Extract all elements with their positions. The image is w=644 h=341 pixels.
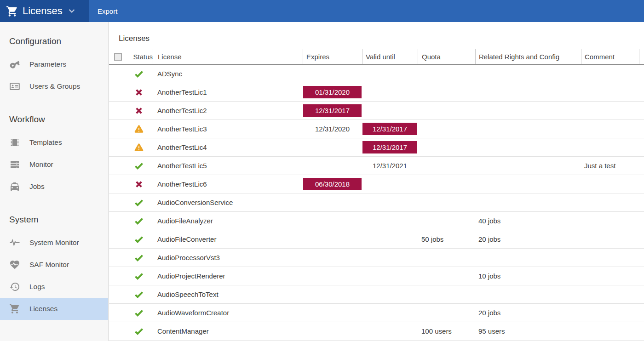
related-rights-cell <box>475 193 581 211</box>
history-icon <box>9 281 20 292</box>
taxi-icon <box>9 181 20 192</box>
expires-cell <box>303 285 362 303</box>
row-checkbox-cell <box>109 102 125 119</box>
export-menu-item[interactable]: Export <box>89 0 126 22</box>
warning-icon <box>134 142 144 153</box>
check-icon <box>134 234 144 244</box>
quota-cell <box>418 102 475 119</box>
table-row[interactable]: AnotherTestLic606/30/2018 <box>109 175 644 193</box>
table-row[interactable]: AudioFileAnalyzer40 jobs <box>109 212 644 230</box>
sidebar-section-heading: System <box>0 213 108 226</box>
page-title: Licenses <box>119 33 644 44</box>
status-cell <box>125 285 153 303</box>
expired-date-badge: 12/31/2017 <box>303 104 362 117</box>
sidebar-item-label: Logs <box>29 283 45 291</box>
cross-icon <box>134 106 144 116</box>
table-row[interactable]: AnotherTestLic101/31/2020 <box>109 83 644 102</box>
related-rights-cell: 10 jobs <box>475 267 581 285</box>
sidebar-item-parameters[interactable]: Parameters <box>0 53 108 75</box>
table-row[interactable]: AnotherTestLic212/31/2017 <box>109 102 644 120</box>
column-header-related-rights[interactable]: Related Rights and Config <box>475 49 581 64</box>
expired-date-badge: 06/30/2018 <box>303 178 362 190</box>
sidebar-item-label: Templates <box>29 138 62 147</box>
license-name-cell: AnotherTestLic4 <box>153 138 303 156</box>
sidebar-item-saf-monitor[interactable]: SAF Monitor <box>0 254 108 276</box>
comment-cell <box>581 249 639 267</box>
sidebar-item-logs[interactable]: Logs <box>0 276 108 298</box>
sidebar-item-users-groups[interactable]: Users & Groups <box>0 75 108 97</box>
expires-cell <box>303 138 362 156</box>
license-name-cell: AudioConversionService <box>153 193 303 211</box>
status-cell <box>125 322 153 340</box>
quota-cell <box>418 193 475 211</box>
expired-date-badge: 12/31/2017 <box>362 123 417 135</box>
column-header-status[interactable]: Status <box>125 49 153 64</box>
cross-icon <box>134 87 144 97</box>
table-row[interactable]: ADSync <box>109 65 644 83</box>
heart-pulse-icon <box>9 259 20 270</box>
quota-cell <box>418 83 475 101</box>
column-header-quota[interactable]: Quota <box>418 49 475 64</box>
column-header-license[interactable]: License <box>153 49 303 64</box>
pulse-icon <box>9 237 20 248</box>
sidebar-item-templates[interactable]: Templates <box>0 131 108 153</box>
sidebar-item-jobs[interactable]: Jobs <box>0 176 108 198</box>
license-name-cell: ContentManager <box>153 322 303 340</box>
comment-cell <box>581 230 639 248</box>
expires-cell: 12/31/2020 <box>303 120 362 138</box>
table-row[interactable]: AnotherTestLic512/31/2021Just a test <box>109 157 644 175</box>
check-icon <box>134 161 144 171</box>
column-header-expires[interactable]: Expires <box>303 49 362 64</box>
comment-cell <box>581 138 639 156</box>
sidebar-section-heading: Configuration <box>0 35 108 48</box>
table-row[interactable]: AnotherTestLic312/31/202012/31/2017 <box>109 120 644 138</box>
table-row[interactable]: AudioProcessorVst3 <box>109 249 644 267</box>
expires-cell <box>303 249 362 267</box>
sidebar-item-label: Users & Groups <box>29 82 80 91</box>
table-row[interactable]: AudioFileConverter50 jobs20 jobs <box>109 230 644 249</box>
cart-icon <box>9 303 20 314</box>
table-row[interactable]: AudioProjectRenderer10 jobs <box>109 267 644 285</box>
quota-cell <box>418 65 475 83</box>
sidebar-section-heading: Workflow <box>0 113 108 126</box>
check-icon <box>134 69 144 79</box>
check-icon <box>134 253 144 263</box>
status-cell <box>125 120 153 138</box>
cart-icon <box>6 5 18 17</box>
expired-date-badge: 01/31/2020 <box>303 86 362 98</box>
sidebar-section-workflow: WorkflowTemplatesMonitorJobs <box>0 113 108 198</box>
table-row[interactable]: AudioConversionService <box>109 193 644 212</box>
sidebar-item-system-monitor[interactable]: System Monitor <box>0 232 108 254</box>
check-icon <box>134 271 144 281</box>
table-row[interactable]: ContentManager100 users95 users <box>109 322 644 341</box>
table-row[interactable]: AudioSpeechToText <box>109 285 644 304</box>
status-cell <box>125 175 153 193</box>
related-rights-cell <box>475 157 581 175</box>
select-all-checkbox[interactable] <box>114 53 122 61</box>
license-name-cell: AudioSpeechToText <box>153 285 303 303</box>
top-menu: Export <box>89 0 126 22</box>
related-rights-cell: 20 jobs <box>475 304 581 322</box>
quota-cell <box>418 285 475 303</box>
related-rights-cell: 20 jobs <box>475 230 581 248</box>
table-header: Status License Expires Valid until Quota… <box>109 49 644 65</box>
sidebar-item-monitor[interactable]: Monitor <box>0 153 108 176</box>
valid-until-cell: 12/31/2017 <box>362 138 418 156</box>
id-card-icon <box>9 81 20 92</box>
related-rights-cell <box>475 138 581 156</box>
column-header-valid-until[interactable]: Valid until <box>362 49 418 64</box>
sidebar-item-licenses[interactable]: Licenses <box>0 298 108 320</box>
column-header-comment[interactable]: Comment <box>581 49 639 64</box>
valid-until-cell <box>362 230 418 248</box>
table-row[interactable]: AudioWaveformCreator20 jobs <box>109 304 644 322</box>
sidebar-item-label: Licenses <box>29 305 58 313</box>
quota-cell <box>418 138 475 156</box>
table-row[interactable]: AnotherTestLic412/31/2017 <box>109 138 644 157</box>
cross-icon <box>134 179 144 189</box>
valid-until-cell <box>362 175 418 193</box>
row-checkbox-cell <box>109 285 125 303</box>
warning-icon <box>134 124 144 134</box>
related-rights-cell <box>475 83 581 101</box>
quota-cell <box>418 267 475 285</box>
app-title-dropdown[interactable]: Licenses <box>0 0 89 22</box>
